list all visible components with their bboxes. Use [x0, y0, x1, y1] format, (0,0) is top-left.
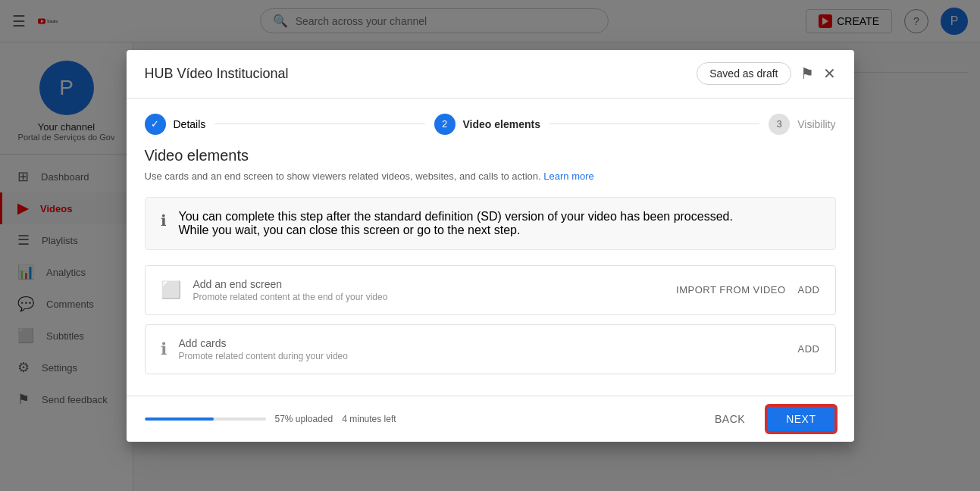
step-line-2	[549, 124, 759, 124]
footer-actions: BACK NEXT	[703, 405, 835, 433]
stepper: ✓ Details 2 Video elements 3 Visibility	[127, 99, 854, 147]
progress-label: 57% uploaded	[275, 414, 333, 424]
flag-icon[interactable]: ⚑	[800, 64, 814, 83]
import-from-video-button[interactable]: IMPORT FROM VIDEO	[676, 284, 786, 296]
learn-more-link[interactable]: Learn more	[543, 170, 593, 182]
step-video-elements: 2 Video elements	[434, 114, 540, 135]
modal-header-actions: Saved as draft ⚑ ✕	[697, 62, 835, 85]
cards-icon: ℹ	[161, 339, 167, 359]
step2-label: Video elements	[463, 118, 540, 130]
info-icon: ℹ	[161, 211, 167, 230]
cards-text: Add cards Promote related content during…	[179, 337, 786, 361]
end-screen-actions: IMPORT FROM VIDEO ADD	[676, 284, 819, 296]
modal-body: Video elements Use cards and an end scre…	[127, 147, 854, 396]
end-screen-card: ⬜ Add an end screen Promote related cont…	[145, 265, 836, 315]
end-screen-add-button[interactable]: ADD	[798, 284, 820, 296]
modal-footer: 57% uploaded 4 minutes left BACK NEXT	[127, 396, 854, 442]
progress-bar-track	[145, 418, 266, 421]
info-text: You can complete this step after the sta…	[179, 210, 733, 237]
modal-header: HUB Vídeo Institucional Saved as draft ⚑…	[127, 50, 854, 99]
step3-label: Visibility	[797, 118, 835, 130]
time-remaining: 4 minutes left	[342, 414, 396, 424]
close-modal-icon[interactable]: ✕	[823, 64, 836, 83]
modal-title: HUB Vídeo Institucional	[145, 66, 289, 82]
modal-backdrop: HUB Vídeo Institucional Saved as draft ⚑…	[0, 0, 980, 491]
cards-desc: Promote related content during your vide…	[179, 351, 786, 361]
back-button[interactable]: BACK	[703, 407, 757, 431]
saved-as-draft-button[interactable]: Saved as draft	[697, 62, 791, 85]
end-screen-icon: ⬜	[161, 280, 181, 300]
add-cards-card: ℹ Add cards Promote related content duri…	[145, 324, 836, 374]
cards-title: Add cards	[179, 337, 786, 349]
upload-progress: 57% uploaded 4 minutes left	[145, 414, 691, 424]
section-title: Video elements	[145, 147, 836, 164]
step-visibility: 3 Visibility	[769, 114, 835, 135]
info-message-box: ℹ You can complete this step after the s…	[145, 197, 836, 250]
progress-bar-fill	[145, 418, 214, 421]
end-screen-desc: Promote related content at the end of yo…	[193, 292, 665, 302]
upload-modal: HUB Vídeo Institucional Saved as draft ⚑…	[127, 50, 854, 442]
step1-circle: ✓	[145, 114, 166, 135]
section-description: Use cards and an end screen to show view…	[145, 170, 836, 182]
cards-add-button[interactable]: ADD	[798, 343, 820, 355]
next-button[interactable]: NEXT	[766, 405, 835, 433]
step2-circle: 2	[434, 114, 456, 135]
step-details: ✓ Details	[145, 114, 206, 135]
step3-circle: 3	[769, 114, 790, 135]
cards-actions: ADD	[798, 343, 820, 355]
end-screen-title: Add an end screen	[193, 278, 665, 290]
step1-label: Details	[174, 118, 206, 130]
end-screen-text: Add an end screen Promote related conten…	[193, 278, 665, 302]
step-line-1	[214, 124, 424, 124]
